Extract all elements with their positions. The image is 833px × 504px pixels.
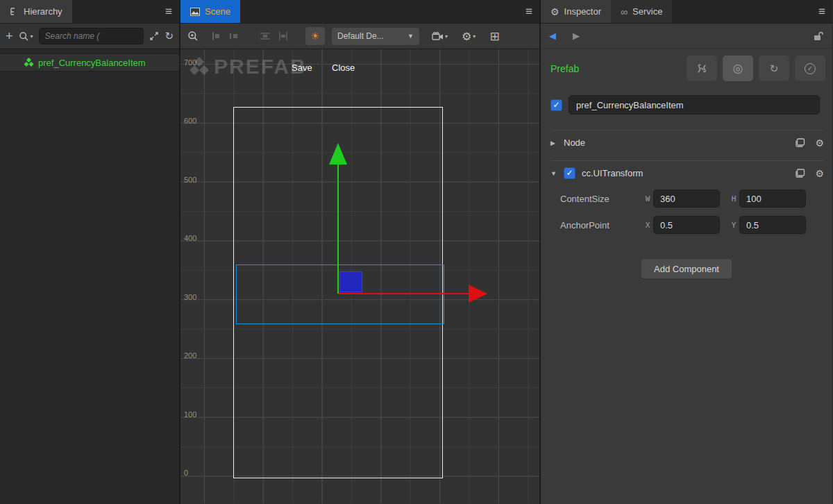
uitransform-settings-gear-icon[interactable]: ⚙ [815, 168, 824, 179]
unlink-prefab-button[interactable] [687, 56, 717, 81]
ruler-label: 600 [184, 117, 202, 125]
content-size-label: ContentSize [560, 194, 642, 204]
content-size-height-input[interactable] [739, 190, 806, 208]
tab-inspector[interactable]: ⚙ Inspector [541, 0, 611, 23]
hierarchy-toolbar: + ▾ ↻ [0, 24, 179, 49]
node-header-actions: ⚙ [795, 137, 824, 149]
camera-dropdown-icon: ▾ [445, 33, 448, 40]
anchor-point-row: AnchorPoint X Y [560, 216, 823, 234]
unlock-icon[interactable] [813, 31, 824, 41]
create-node-button[interactable]: + [6, 29, 13, 44]
scene-viewport[interactable]: 700 600 500 400 300 200 100 0 PREFAB Sav… [180, 49, 539, 503]
scene-tabbar: Scene ≡ [180, 0, 539, 24]
uitransform-docs-icon[interactable] [795, 169, 805, 178]
align-horizontal-icon[interactable] [211, 31, 221, 41]
uitransform-enabled-checkbox[interactable]: ✓ [564, 167, 575, 179]
editor-window: Hierarchy ≡ + ▾ ↻ pref_ [0, 0, 833, 504]
camera-view-dropdown-value: Default De... [337, 31, 384, 41]
hierarchy-menu-icon[interactable]: ≡ [165, 0, 172, 24]
node-settings-gear-icon[interactable]: ⚙ [815, 137, 824, 149]
height-axis-label: H [728, 194, 739, 203]
inspector-menu-icon[interactable]: ≡ [818, 0, 825, 24]
node-name-input[interactable] [569, 95, 820, 115]
anchor-point-label: AnchorPoint [560, 220, 642, 230]
inspector-gear-icon: ⚙ [550, 6, 559, 17]
prefab-mode-watermark: PREFAB [189, 55, 307, 78]
zoom-tool-icon[interactable] [187, 31, 199, 42]
scene-toolbar: ☀ Default De... ▼ ▾ ⚙ ▾ ⊞ [180, 24, 539, 49]
revert-icon: ↻ [770, 62, 779, 75]
target-icon: ◎ [733, 61, 743, 76]
grid-snap-icon[interactable]: ⊞ [489, 29, 499, 44]
gizmo-origin-cube[interactable] [339, 271, 362, 292]
content-size-row: ContentSize W H [560, 190, 823, 208]
node-component-header[interactable]: ▶ Node ⚙ [550, 130, 824, 151]
service-link-icon: ∞ [621, 6, 628, 17]
distribute-horizontal-icon[interactable] [260, 31, 271, 41]
anchor-point-x-input[interactable] [653, 216, 720, 234]
y-axis-label: Y [728, 221, 739, 230]
uitransform-header-label: cc.UITransform [582, 168, 643, 178]
scene-tab-label: Scene [205, 6, 230, 17]
search-filter-dropdown-icon: ▾ [31, 33, 33, 40]
tab-hierarchy[interactable]: Hierarchy [0, 0, 72, 23]
tab-service[interactable]: ∞ Service [611, 0, 672, 23]
hierarchy-item-prefab-root[interactable]: pref_CurrencyBalanceItem [0, 53, 179, 72]
hierarchy-tab-label: Hierarchy [24, 6, 62, 17]
service-tab-label: Service [632, 6, 662, 17]
width-axis-label: W [642, 194, 653, 203]
node-active-checkbox[interactable]: ✓ [550, 99, 562, 111]
scene-light-toggle-icon[interactable]: ☀ [305, 27, 325, 45]
x-axis-label: X [642, 221, 653, 230]
expanded-arrow-icon: ▼ [550, 170, 557, 177]
uitransform-header-actions: ⚙ [795, 168, 824, 179]
gizmo-x-axis-arrowhead[interactable] [469, 285, 487, 303]
distribute-vertical-icon[interactable] [278, 31, 289, 41]
anchor-point-y-input[interactable] [739, 216, 806, 234]
inspector-tab-label: Inspector [564, 6, 601, 17]
scene-settings-gear-icon[interactable]: ⚙ ▾ [462, 30, 476, 43]
refresh-hierarchy-icon[interactable]: ↻ [165, 30, 174, 42]
gizmo-y-axis[interactable] [337, 165, 339, 294]
content-size-width-input[interactable] [653, 190, 720, 208]
node-header-label: Node [564, 137, 585, 148]
ruler-label: 0 [184, 469, 202, 477]
chevron-down-icon: ▼ [407, 33, 414, 40]
gizmo-x-axis[interactable] [339, 293, 469, 294]
revert-prefab-button[interactable]: ↻ [759, 56, 789, 81]
ruler-label: 300 [184, 293, 202, 301]
search-filter-button[interactable]: ▾ [19, 31, 33, 42]
scene-menu-icon[interactable]: ≡ [525, 0, 532, 24]
prefab-close-button[interactable]: Close [332, 62, 355, 73]
prefab-save-button[interactable]: Save [292, 62, 312, 73]
expand-all-icon[interactable] [149, 31, 159, 41]
uitransform-component-header[interactable]: ▼ ✓ cc.UITransform ⚙ [550, 160, 824, 181]
node-docs-icon[interactable] [795, 138, 805, 147]
hierarchy-tree-icon [10, 7, 19, 16]
nav-back-icon[interactable]: ◀ [549, 31, 556, 41]
ruler-label: 500 [184, 176, 202, 184]
scene-panel: Scene ≡ ☀ Default De... ▼ [180, 0, 539, 504]
add-component-button[interactable]: Add Component [641, 259, 732, 278]
hierarchy-item-label: pref_CurrencyBalanceItem [38, 58, 146, 68]
prefab-header-row: Prefab ◎ ↻ ✓ [541, 49, 832, 87]
apply-check-icon: ✓ [805, 63, 816, 74]
apply-prefab-button[interactable]: ✓ [795, 56, 825, 81]
tab-scene[interactable]: Scene [180, 0, 240, 23]
locate-prefab-asset-button[interactable]: ◎ [723, 56, 753, 81]
scene-image-icon [190, 8, 200, 16]
ruler-label: 400 [184, 234, 202, 242]
camera-view-dropdown[interactable]: Default De... ▼ [332, 28, 419, 45]
nav-forward-icon[interactable]: ▶ [573, 31, 580, 41]
scene-camera-icon[interactable]: ▾ [432, 32, 448, 41]
align-vertical-icon[interactable] [228, 31, 239, 41]
inspector-nav-row: ◀ ▶ [541, 24, 832, 49]
hierarchy-panel: Hierarchy ≡ + ▾ ↻ pref_ [0, 0, 179, 504]
node-name-row: ✓ [541, 87, 832, 117]
prefab-cubes-icon [24, 58, 34, 67]
search-input[interactable] [39, 28, 144, 44]
inspector-tabbar: ⚙ Inspector ∞ Service ≡ [541, 0, 832, 24]
gizmo-y-axis-arrowhead[interactable] [329, 143, 347, 165]
prefab-label: Prefab [550, 63, 579, 74]
prefab-actions: ◎ ↻ ✓ [687, 56, 825, 81]
